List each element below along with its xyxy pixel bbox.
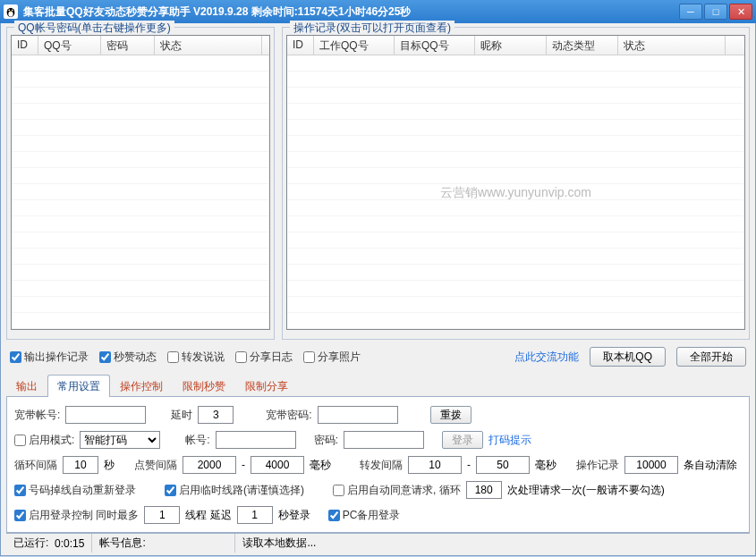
pwd-label: 密码: bbox=[314, 433, 338, 448]
status-runtime: 已运行: 0:0:15 bbox=[6, 534, 92, 553]
column-header[interactable]: 状态 bbox=[155, 36, 262, 55]
record-input[interactable] bbox=[624, 456, 678, 474]
delay-input[interactable] bbox=[198, 406, 234, 424]
log-group: 操作记录(双击可以打开页面查看) ID工作QQ号目标QQ号昵称动态类型状态 云营… bbox=[282, 27, 750, 340]
fwd-min-input[interactable] bbox=[408, 456, 462, 474]
minimize-button[interactable]: ─ bbox=[679, 4, 702, 20]
column-header[interactable]: QQ号 bbox=[38, 36, 101, 55]
tab-1[interactable]: 常用设置 bbox=[47, 375, 110, 397]
log-body[interactable]: 云营销www.yunyunvip.com bbox=[287, 55, 744, 330]
mode-select[interactable]: 智能打码 bbox=[80, 431, 160, 449]
delay-label: 延时 bbox=[171, 408, 192, 423]
acct-label: 帐号: bbox=[185, 433, 209, 448]
bb-acct-label: 宽带帐号: bbox=[14, 408, 60, 423]
like-max-input[interactable] bbox=[251, 456, 304, 474]
svg-point-2 bbox=[8, 9, 10, 11]
acct-input[interactable] bbox=[216, 431, 296, 449]
accounts-group: QQ帐号密码(单击右键操作更多) IDQQ号密码状态 bbox=[6, 27, 275, 340]
close-button[interactable]: ✕ bbox=[729, 4, 752, 20]
forward-checkbox[interactable]: 转发说说 bbox=[167, 350, 225, 365]
start-all-button[interactable]: 全部开始 bbox=[676, 347, 746, 367]
share-photo-checkbox[interactable]: 分享照片 bbox=[303, 350, 361, 365]
like-interval-label: 点赞间隔 bbox=[134, 458, 177, 473]
enable-mode-checkbox[interactable]: 启用模式: bbox=[14, 433, 74, 448]
auto-agree-n-input[interactable] bbox=[466, 481, 502, 499]
tab-2[interactable]: 操作控制 bbox=[110, 375, 173, 397]
status-acct-info: 帐号信息: bbox=[92, 534, 235, 553]
login-ctrl-checkbox[interactable]: 启用登录控制 同时最多 bbox=[14, 508, 139, 523]
login-delay-input[interactable] bbox=[237, 506, 273, 524]
column-header[interactable]: ID bbox=[287, 36, 314, 55]
accounts-legend: QQ帐号密码(单击右键操作更多) bbox=[14, 21, 174, 36]
column-header[interactable]: ID bbox=[12, 36, 38, 55]
output-log-checkbox[interactable]: 输出操作记录 bbox=[10, 350, 89, 365]
svg-point-3 bbox=[12, 9, 13, 11]
column-header[interactable]: 昵称 bbox=[475, 36, 547, 55]
settings-panel: 宽带帐号: 延时 宽带密码: 重拨 启用模式: 智能打码 帐号: 密码: 登录 … bbox=[6, 397, 750, 533]
bb-pwd-input[interactable] bbox=[318, 406, 398, 424]
loop-label: 循环间隔 bbox=[14, 458, 57, 473]
window-title: 集客批量QQ好友动态秒赞分享助手 V2019.9.28 剩余时间:11574天1… bbox=[23, 4, 679, 20]
column-header[interactable]: 工作QQ号 bbox=[314, 36, 395, 55]
login-n-input[interactable] bbox=[144, 506, 180, 524]
bb-pwd-label: 宽带密码: bbox=[266, 408, 311, 423]
tab-4[interactable]: 限制分享 bbox=[235, 375, 298, 397]
accounts-body[interactable] bbox=[12, 55, 269, 330]
maximize-button[interactable]: □ bbox=[704, 4, 727, 20]
column-header[interactable]: 动态类型 bbox=[547, 36, 618, 55]
auto-agree-checkbox[interactable]: 启用自动同意请求, 循环 bbox=[333, 483, 461, 498]
column-header[interactable]: 目标QQ号 bbox=[395, 36, 475, 55]
fwd-max-input[interactable] bbox=[476, 456, 530, 474]
redial-button[interactable]: 重拨 bbox=[430, 406, 471, 424]
exchange-link[interactable]: 点此交流功能 bbox=[514, 350, 579, 365]
tab-0[interactable]: 输出 bbox=[6, 375, 47, 397]
column-header[interactable]: 密码 bbox=[101, 36, 155, 55]
relogin-checkbox[interactable]: 号码掉线自动重新登录 bbox=[14, 483, 136, 498]
app-icon bbox=[4, 4, 18, 19]
svg-point-4 bbox=[10, 11, 12, 12]
bb-acct-input[interactable] bbox=[65, 406, 146, 424]
watermark: 云营销www.yunyunvip.com bbox=[440, 185, 591, 201]
loop-input[interactable] bbox=[63, 456, 98, 474]
login-button[interactable]: 登录 bbox=[442, 431, 483, 449]
column-header[interactable]: 状态 bbox=[618, 36, 726, 55]
accounts-table[interactable]: IDQQ号密码状态 bbox=[11, 35, 270, 330]
code-tip-link[interactable]: 打码提示 bbox=[488, 433, 531, 448]
get-local-qq-button[interactable]: 取本机QQ bbox=[590, 347, 666, 367]
pwd-input[interactable] bbox=[344, 431, 424, 449]
log-legend: 操作记录(双击可以打开页面查看) bbox=[290, 21, 454, 36]
share-log-checkbox[interactable]: 分享日志 bbox=[235, 350, 293, 365]
tab-3[interactable]: 限制秒赞 bbox=[173, 375, 235, 397]
record-label: 操作记录 bbox=[576, 458, 619, 473]
temp-route-checkbox[interactable]: 启用临时线路(请谨慎选择) bbox=[165, 483, 304, 498]
like-min-input[interactable] bbox=[183, 456, 236, 474]
status-message: 读取本地数据... bbox=[235, 534, 750, 553]
fwd-interval-label: 转发间隔 bbox=[360, 458, 403, 473]
log-table[interactable]: ID工作QQ号目标QQ号昵称动态类型状态 云营销www.yunyunvip.co… bbox=[286, 35, 745, 330]
like-checkbox[interactable]: 秒赞动态 bbox=[99, 350, 157, 365]
pc-backup-checkbox[interactable]: PC备用登录 bbox=[328, 508, 401, 523]
